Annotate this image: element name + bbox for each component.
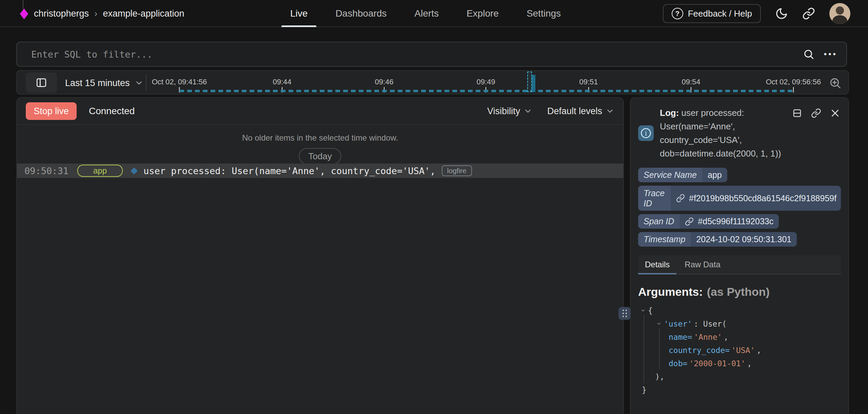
logfire-diamond-icon[interactable] xyxy=(20,8,28,19)
collapse-chevron-icon[interactable] xyxy=(640,308,648,313)
details-tab-label: Details xyxy=(645,260,670,269)
attribute-value: 2024-10-02 09:50:31.301 xyxy=(691,232,797,247)
code-line: ), xyxy=(638,370,841,383)
feedback-help-label: Feedback / Help xyxy=(688,8,752,19)
code-line: 'user': User( xyxy=(638,317,841,330)
timeline-histogram-bar xyxy=(532,75,535,92)
code-token: name= xyxy=(669,333,692,341)
dark-mode-moon-icon[interactable] xyxy=(775,7,788,20)
timeline-tick-label: Oct 02, 09:41:56 xyxy=(152,78,207,86)
timeline-selected-bar[interactable] xyxy=(527,71,532,92)
details-tab-label: Raw Data xyxy=(685,260,720,269)
nav-tab-alerts[interactable]: Alerts xyxy=(414,0,439,27)
breadcrumb-org[interactable]: christophergs xyxy=(34,8,89,19)
attribute-value-text: #f2019b98b550cd8a61546c2f9188959f xyxy=(689,193,836,203)
service-badge: app xyxy=(77,165,123,177)
nav-tabs: LiveDashboardsAlertsExploreSettings xyxy=(290,0,561,27)
nav-tab-dashboards[interactable]: Dashboards xyxy=(335,0,387,27)
nav-tab-label: Explore xyxy=(467,8,499,19)
code-line: } xyxy=(638,383,841,396)
log-time: 09:50:31 xyxy=(24,166,68,176)
link-icon[interactable] xyxy=(685,217,694,226)
nav-tab-settings[interactable]: Settings xyxy=(527,0,561,27)
code-line: dob='2000-01-01', xyxy=(638,357,841,370)
sql-filter-input[interactable]: Enter SQL to filter... xyxy=(31,49,803,60)
arguments-heading: Arguments:(as Python) xyxy=(638,285,841,298)
code-line: name='Anne', xyxy=(638,330,841,344)
timeline-tick-label: 09:49 xyxy=(476,78,495,86)
panel-resize-handle[interactable] xyxy=(618,307,631,320)
anchor-tick xyxy=(23,0,23,9)
code-token: } xyxy=(642,386,647,394)
attribute-label: Timestamp xyxy=(638,232,691,247)
details-tabs: DetailsRaw Data xyxy=(638,255,841,274)
nav-tab-label: Live xyxy=(290,8,308,19)
details-tab-raw-data[interactable]: Raw Data xyxy=(685,255,720,274)
default-levels-dropdown[interactable]: Default levels xyxy=(547,106,614,117)
time-range-label: Last 15 minutes xyxy=(65,78,130,88)
code-token: country_code= xyxy=(669,346,730,355)
search-icon[interactable] xyxy=(803,48,814,60)
code-token: '2000-01-01' xyxy=(689,359,745,368)
info-glyph: i xyxy=(641,128,651,138)
attribute-badge-trace-id[interactable]: Trace ID#f2019b98b550cd8a61546c2f9188959… xyxy=(638,186,841,211)
arguments-heading-text: Arguments: xyxy=(638,285,703,298)
zoom-in-icon[interactable] xyxy=(829,77,842,89)
user-avatar[interactable] xyxy=(829,3,850,24)
attribute-label: Trace ID xyxy=(638,186,671,211)
code-token: : User( xyxy=(694,319,727,328)
nav-tab-label: Settings xyxy=(527,8,561,19)
timeline-tick-label: 09:51 xyxy=(579,78,598,86)
indent-guide xyxy=(659,328,660,370)
arguments-mode-text: (as Python) xyxy=(707,285,770,298)
panel-left-icon xyxy=(36,77,47,88)
code-token: , xyxy=(756,346,761,355)
attribute-badge-service-name[interactable]: Service Nameapp xyxy=(638,168,727,182)
details-tab-details[interactable]: Details xyxy=(645,255,670,274)
filter-bar-icons: ••• xyxy=(803,48,837,60)
more-options-icon[interactable]: ••• xyxy=(824,49,837,59)
scope-badge: logfire xyxy=(442,165,472,176)
stop-live-button[interactable]: Stop live xyxy=(26,102,77,120)
log-row[interactable]: 09:50:31 app user processed: User(name='… xyxy=(17,163,623,178)
code-line: { xyxy=(638,304,841,317)
attribute-value: #d5c996f11192033c xyxy=(679,214,779,229)
close-icon[interactable] xyxy=(830,108,840,118)
timeline-tick-label: 09:44 xyxy=(273,78,291,86)
attribute-badge-span-id[interactable]: Span ID#d5c996f11192033c xyxy=(638,214,779,229)
share-link-icon[interactable] xyxy=(802,7,815,20)
indent-guide xyxy=(644,315,644,383)
timeline-tick-label: 09:54 xyxy=(682,78,700,86)
toggle-sidebar-button[interactable] xyxy=(26,73,57,93)
copy-link-icon[interactable] xyxy=(811,108,821,118)
top-nav: christophergs › example-application Live… xyxy=(0,0,868,27)
attribute-value-text: 2024-10-02 09:50:31.301 xyxy=(696,234,791,244)
connection-status: Connected xyxy=(89,106,135,117)
today-pill[interactable]: Today xyxy=(299,148,341,164)
question-circle-icon: ? xyxy=(672,8,683,19)
feedback-help-button[interactable]: ? Feedback / Help xyxy=(663,4,761,23)
nav-tab-label: Alerts xyxy=(414,8,439,19)
visibility-label: Visibility xyxy=(487,106,520,117)
chevron-down-icon xyxy=(524,107,532,116)
details-panel-actions xyxy=(792,108,840,118)
code-token: ), xyxy=(655,372,665,381)
nav-tab-explore[interactable]: Explore xyxy=(467,0,499,27)
chevron-down-icon xyxy=(606,107,614,116)
collapse-chevron-icon[interactable] xyxy=(656,321,664,326)
attribute-badges: Service NameappTrace ID#f2019b98b550cd8a… xyxy=(638,168,841,247)
dock-panel-icon[interactable] xyxy=(792,108,802,118)
breadcrumb-project[interactable]: example-application xyxy=(103,8,184,19)
time-range-dropdown[interactable]: Last 15 minutes xyxy=(65,71,143,95)
nav-tab-live[interactable]: Live xyxy=(290,0,308,27)
app-window: christophergs › example-application Live… xyxy=(0,0,868,414)
attribute-badge-timestamp[interactable]: Timestamp2024-10-02 09:50:31.301 xyxy=(638,232,797,247)
attribute-label: Service Name xyxy=(638,168,702,182)
code-line: country_code='USA', xyxy=(638,344,841,357)
attribute-label: Span ID xyxy=(638,214,679,229)
visibility-dropdown[interactable]: Visibility xyxy=(487,106,532,117)
code-token: 'user' xyxy=(664,319,692,328)
link-icon[interactable] xyxy=(676,194,685,203)
breadcrumb-separator: › xyxy=(94,8,97,19)
sql-filter-bar[interactable]: Enter SQL to filter... ••• xyxy=(16,42,847,67)
